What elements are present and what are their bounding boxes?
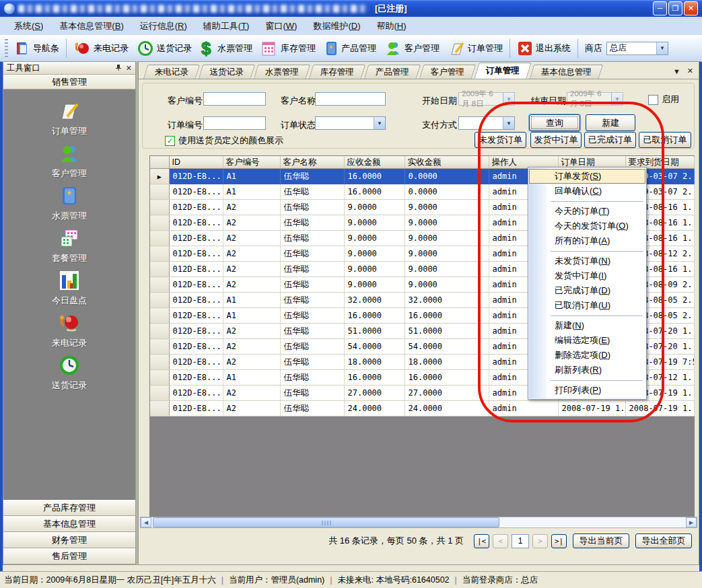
menu-item[interactable]: 运行信息R xyxy=(133,19,195,34)
tab[interactable]: 来电记录 xyxy=(143,65,200,79)
minimize-button[interactable]: ─ xyxy=(653,1,667,15)
query-button[interactable]: 查询 xyxy=(529,114,580,131)
tab-close-icon[interactable]: ✕ xyxy=(687,67,693,75)
toolbar-water-ticket-button[interactable]: $ 水票管理 xyxy=(196,38,256,59)
dock-close-icon[interactable]: ✕ xyxy=(126,64,132,73)
menu-item[interactable]: 帮助H xyxy=(369,19,413,34)
close-button[interactable]: ✕ xyxy=(684,1,698,15)
sidebar-item-water-ticket[interactable]: ★ 水票管理 xyxy=(3,185,135,227)
start-date-picker[interactable]: 2009年 6月 8日▼ xyxy=(458,92,515,106)
context-menu-item[interactable]: 打印列表P xyxy=(529,383,645,398)
new-button[interactable]: 新建 xyxy=(586,114,635,131)
tab-list-chevron-icon[interactable]: ▼ xyxy=(673,67,680,75)
context-menu-item[interactable]: 订单发货S xyxy=(529,169,645,184)
inventory-calendar-icon xyxy=(260,40,278,57)
exit-icon xyxy=(517,40,533,57)
prev-page-button[interactable]: < xyxy=(493,534,508,548)
menu-item[interactable]: 数据维护D xyxy=(306,19,367,34)
col-customer-no[interactable]: 客户编号 xyxy=(223,156,280,169)
next-page-button[interactable]: > xyxy=(532,534,548,548)
enable-checkbox[interactable]: ✓ 启用 xyxy=(648,94,679,106)
context-menu-item[interactable]: 编辑选定项E xyxy=(529,333,645,348)
col-customer-name[interactable]: 客户名称 xyxy=(280,156,344,169)
menu-item[interactable]: 窗口W xyxy=(258,19,304,34)
order-status-select[interactable]: ▼ xyxy=(315,116,386,130)
col-received[interactable]: 实收金额 xyxy=(405,156,489,169)
menu-item[interactable]: 基本信息管理B xyxy=(52,19,131,34)
export-all-pages-button[interactable]: 导出全部页 xyxy=(635,534,692,548)
sidebar-section-sales[interactable]: 销售管理 xyxy=(3,75,135,89)
tab[interactable]: 产品管理 xyxy=(364,65,421,79)
sidebar-section-product-inventory[interactable]: 产品库存管理 xyxy=(3,500,135,516)
sidebar-item-delivery-log[interactable]: 送货记录 xyxy=(3,355,135,397)
menu-item[interactable]: 辅助工具T xyxy=(196,19,257,34)
toolbar-product-button[interactable]: 产品管理 xyxy=(320,38,380,59)
context-menu-item[interactable]: 回单确认C xyxy=(529,184,645,198)
cancelled-orders-button[interactable]: 已取消订单 xyxy=(639,132,691,148)
toolbar-navigator-button[interactable]: 导航条 xyxy=(10,38,63,59)
sidebar-section-basic-info[interactable]: 基本信息管理 xyxy=(3,516,135,532)
customer-person-icon xyxy=(384,40,402,57)
completed-orders-button[interactable]: 已完成订单 xyxy=(584,132,636,148)
toolbar-inventory-button[interactable]: 库存管理 xyxy=(256,38,320,59)
status-bar: 当前日期：2009年6月8日星期一 农历己丑[牛]年五月十六 | 当前用户：管理… xyxy=(0,571,702,588)
order-row[interactable]: ▶ 012D-E8... A2 伍华聪 24.0000 24.0000 admi… xyxy=(150,401,694,416)
row-selector-header[interactable] xyxy=(150,156,169,169)
toolbar-customer-button[interactable]: 客户管理 xyxy=(380,38,444,59)
delivery-color-checkbox[interactable]: ✓ 使用送货员定义的颜色展示 xyxy=(165,135,283,147)
sidebar-section-after-sale[interactable]: 售后管理 xyxy=(3,548,135,564)
navigator-book-icon xyxy=(14,40,30,57)
context-menu-item[interactable]: 所有的订单A xyxy=(529,233,645,248)
tab[interactable]: 送货记录 xyxy=(199,65,255,79)
tab[interactable]: 基本信息管理 xyxy=(530,65,603,79)
context-menu-item[interactable]: 删除选定项D xyxy=(529,348,645,363)
page-number-input[interactable] xyxy=(512,534,529,548)
scroll-left-icon[interactable]: ◄ xyxy=(141,517,151,527)
context-menu-item[interactable]: 已取消订单U xyxy=(529,298,645,313)
tab-bar: 来电记录 送货记录 水票管理 库存管理 产品管理 客户管理 订单管理 基本信息 xyxy=(139,62,699,79)
first-page-button[interactable]: |< xyxy=(474,534,489,548)
context-menu-item[interactable]: 未发货订单N xyxy=(529,254,645,268)
context-menu-item[interactable]: 已完成订单D xyxy=(529,283,645,298)
sidebar-section-finance[interactable]: 财务管理 xyxy=(3,532,135,548)
pay-method-select[interactable]: ▼ xyxy=(458,116,515,130)
customer-name-input[interactable] xyxy=(315,92,386,106)
delivery-clock-icon xyxy=(58,355,81,378)
chevron-down-icon: ▼ xyxy=(374,117,385,129)
water-ticket-book-icon: ★ xyxy=(60,185,79,209)
toolbar-exit-button[interactable]: 退出系统 xyxy=(513,38,575,59)
toolbar-delivery-log-button[interactable]: 送货记录 xyxy=(133,38,196,59)
unshipped-orders-button[interactable]: 未发货订单 xyxy=(475,132,526,148)
export-current-page-button[interactable]: 导出当前页 xyxy=(573,534,629,548)
menu-item[interactable]: 系统S xyxy=(7,19,50,34)
sidebar-item-call-log[interactable]: 来电记录 xyxy=(3,312,135,355)
toolbar-order-button[interactable]: 订单管理 xyxy=(444,38,507,59)
horizontal-scrollbar[interactable]: ◄ ► xyxy=(140,517,697,528)
restore-button[interactable]: ❐ xyxy=(668,1,682,15)
tab[interactable]: 水票管理 xyxy=(254,65,310,79)
context-menu-item[interactable]: 新建N xyxy=(529,318,645,333)
pin-icon[interactable] xyxy=(115,64,122,73)
order-no-input[interactable] xyxy=(203,116,266,130)
sidebar-item-order-management[interactable]: 订单管理 xyxy=(3,100,135,143)
sidebar-item-today-check[interactable]: 今日盘点 xyxy=(3,270,135,312)
tab[interactable]: 订单管理 xyxy=(474,63,531,79)
col-id[interactable]: ID xyxy=(169,156,223,169)
scrollbar-thumb[interactable] xyxy=(153,517,499,527)
shipping-orders-button[interactable]: 发货中订单 xyxy=(530,132,582,148)
context-menu-item[interactable]: 刷新列表R xyxy=(529,363,645,377)
tab[interactable]: 库存管理 xyxy=(309,65,365,79)
context-menu-item[interactable]: 今天的订单T xyxy=(529,204,645,219)
toolbar-call-log-button[interactable]: 来电记录 xyxy=(69,38,133,59)
end-date-picker[interactable]: 2009年 6月 8日▼ xyxy=(567,92,623,106)
context-menu-item[interactable]: 发货中订单I xyxy=(529,268,645,283)
context-menu-item[interactable]: 今天的发货订单O xyxy=(529,219,645,233)
sidebar-item-customer-management[interactable]: 客户管理 xyxy=(3,143,135,185)
shop-select[interactable]: 总店 ▼ xyxy=(606,42,668,55)
sidebar-item-package-management[interactable]: 套餐管理 xyxy=(3,227,135,270)
col-receivable[interactable]: 应收金额 xyxy=(344,156,405,169)
tab[interactable]: 客户管理 xyxy=(419,65,476,79)
customer-no-input[interactable] xyxy=(203,92,266,106)
last-page-button[interactable]: >| xyxy=(551,534,567,548)
scroll-right-icon[interactable]: ► xyxy=(686,517,697,527)
